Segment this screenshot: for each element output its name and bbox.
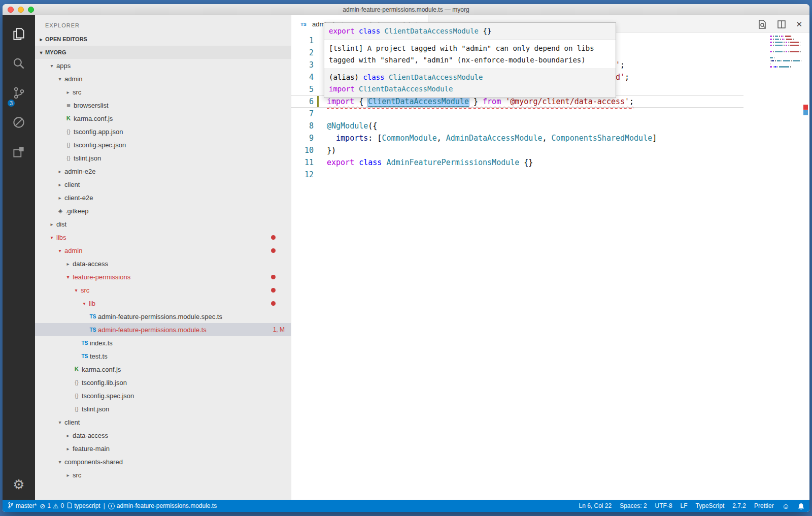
tree-item-tsconfig-spec-json[interactable]: {}tsconfig.spec.json — [35, 138, 291, 151]
tree-item-feature-permissions[interactable]: ▾feature-permissions — [35, 270, 291, 283]
line-number: 11 — [291, 156, 314, 169]
chevron-down-icon[interactable]: ▾ — [47, 63, 56, 69]
chevron-down-icon[interactable]: ▾ — [80, 301, 89, 306]
tree-item-admin[interactable]: ▾admin — [35, 72, 291, 85]
workspace-section[interactable]: ▾ MYORG — [35, 46, 291, 59]
tree-item-admin-feature-permissions-module-ts[interactable]: TSadmin-feature-permissions.module.ts1, … — [35, 323, 291, 336]
tree-item-client[interactable]: ▸client — [35, 178, 291, 191]
split-editor-icon[interactable] — [776, 19, 787, 29]
chevron-right-icon[interactable]: ▸ — [63, 261, 73, 267]
tree-item-tsconfig-lib-json[interactable]: {}tsconfig.lib.json — [35, 376, 291, 389]
chevron-right-icon[interactable]: ▸ — [63, 89, 73, 95]
tree-item-index-ts[interactable]: TSindex.ts — [35, 336, 291, 349]
tree-item-client-e2e[interactable]: ▸client-e2e — [35, 191, 291, 204]
line-number: 6 — [291, 95, 314, 108]
tree-item-label: tslint.json — [82, 405, 109, 413]
indentation-status[interactable]: Spaces: 2 — [620, 500, 647, 512]
settings-gear-icon[interactable]: ⚙ — [13, 477, 24, 493]
activity-source-control-button[interactable]: 3 — [3, 79, 35, 109]
tree-item-tslint-json[interactable]: {}tslint.json — [35, 151, 291, 165]
tree-item-data-access[interactable]: ▸data-access — [35, 429, 291, 442]
chevron-down-icon[interactable]: ▾ — [55, 420, 64, 425]
chevron-down-icon[interactable]: ▾ — [47, 235, 56, 240]
chevron-right-icon[interactable]: ▸ — [55, 195, 64, 201]
chevron-down-icon[interactable]: ▾ — [63, 274, 73, 280]
code-line-7[interactable]: 7 — [291, 108, 809, 120]
notifications-bell-icon[interactable] — [798, 500, 804, 512]
tree-item-dist[interactable]: ▸dist — [35, 217, 291, 231]
minimap-segment — [773, 51, 774, 52]
window-controls — [8, 7, 34, 13]
tree-item-admin-feature-permissions-module-spec-ts[interactable]: TSadmin-feature-permissions.module.spec.… — [35, 310, 291, 323]
tslint-status[interactable]: typescript — [67, 500, 100, 512]
chevron-down-icon[interactable]: ▾ — [55, 248, 64, 253]
tree-item-label: tsconfig.lib.json — [82, 379, 127, 386]
tree-item--gitkeep[interactable]: ◈.gitkeep — [35, 204, 291, 217]
tree-item-data-access[interactable]: ▸data-access — [35, 257, 291, 270]
eol-status[interactable]: LF — [681, 500, 688, 512]
chevron-right-icon[interactable]: ▸ — [63, 446, 73, 452]
tree-item-tslint-json[interactable]: {}tslint.json — [35, 402, 291, 415]
tree-item-client[interactable]: ▾client — [35, 415, 291, 429]
tree-item-src[interactable]: ▸src — [35, 85, 291, 99]
chevron-right-icon[interactable]: ▸ — [55, 182, 64, 187]
tree-item-feature-main[interactable]: ▸feature-main — [35, 442, 291, 455]
minimap-segment — [774, 57, 774, 58]
close-window-button[interactable] — [8, 7, 14, 13]
code-line-10[interactable]: 10}) — [291, 144, 809, 156]
minimap-segment — [786, 39, 792, 40]
overview-ruler[interactable] — [802, 34, 809, 500]
tree-item-libs[interactable]: ▾libs — [35, 231, 291, 244]
minimap-segment — [790, 51, 799, 52]
tree-item-src[interactable]: ▾src — [35, 283, 291, 297]
minimap[interactable] — [770, 36, 801, 72]
git-branch-status[interactable]: master* — [8, 500, 37, 512]
close-editor-icon[interactable]: ✕ — [796, 20, 802, 29]
cursor-position[interactable]: Ln 6, Col 22 — [579, 500, 612, 512]
encoding-status[interactable]: UTF-8 — [655, 500, 672, 512]
tree-item-tsconfig-spec-json[interactable]: {}tsconfig.spec.json — [35, 389, 291, 402]
activity-debug-button[interactable] — [3, 109, 35, 138]
activity-extensions-button[interactable] — [3, 138, 35, 168]
tree-item-tsconfig-app-json[interactable]: {}tsconfig.app.json — [35, 125, 291, 138]
tree-item-test-ts[interactable]: TStest.ts — [35, 349, 291, 363]
tree-item-karma-conf-js[interactable]: Kkarma.conf.js — [35, 112, 291, 125]
feedback-smiley-icon[interactable]: ☺ — [782, 500, 790, 512]
chevron-right-icon[interactable]: ▸ — [47, 221, 56, 227]
chevron-down-icon[interactable]: ▾ — [72, 287, 81, 293]
open-preview-icon[interactable] — [757, 19, 767, 29]
chevron-right-icon[interactable]: ▸ — [63, 433, 73, 438]
open-editors-section[interactable]: ▸ OPEN EDITORS — [35, 33, 291, 46]
code-line-12[interactable]: 12 — [291, 169, 809, 181]
typescript-version[interactable]: 2.7.2 — [732, 500, 746, 512]
tree-item-lib[interactable]: ▾lib — [35, 297, 291, 310]
minimap-segment — [775, 36, 778, 37]
tree-item-label: tslint.json — [74, 154, 101, 162]
activity-search-button[interactable] — [3, 50, 35, 79]
code-token: ; — [620, 60, 625, 70]
title-bar[interactable]: admin-feature-permissions.module.ts — my… — [3, 4, 809, 15]
code-line-9[interactable]: 9 imports: [CommonModule, AdminDataAcces… — [291, 132, 809, 144]
tree-item-src[interactable]: ▸src — [35, 468, 291, 481]
formatter-status[interactable]: Prettier — [754, 500, 774, 512]
problems-status[interactable]: ⊘ 1 ⚠ 0 — [40, 500, 64, 512]
code-token: (alias) — [329, 73, 363, 81]
tree-item-browserslist[interactable]: ≡browserslist — [35, 99, 291, 112]
sidebar-title: EXPLORER — [35, 15, 291, 33]
tree-item-components-shared[interactable]: ▾components-shared — [35, 455, 291, 468]
activity-explorer-button[interactable] — [3, 20, 35, 50]
code-line-11[interactable]: 11export class AdminFeaturePermissionsMo… — [291, 156, 809, 169]
chevron-down-icon[interactable]: ▾ — [55, 459, 64, 465]
tree-item-admin[interactable]: ▾admin — [35, 244, 291, 257]
tree-item-apps[interactable]: ▾apps — [35, 59, 291, 72]
code-line-8[interactable]: 8@NgModule({ — [291, 120, 809, 132]
minimize-window-button[interactable] — [18, 7, 24, 13]
zoom-window-button[interactable] — [28, 7, 34, 13]
chevron-right-icon[interactable]: ▸ — [63, 472, 73, 478]
tree-item-karma-conf-js[interactable]: Kkarma.conf.js — [35, 363, 291, 376]
chevron-down-icon[interactable]: ▾ — [55, 76, 64, 82]
tree-item-admin-e2e[interactable]: ▸admin-e2e — [35, 165, 291, 178]
active-file-status[interactable]: i admin-feature-permissions.module.ts — [108, 500, 217, 512]
language-mode[interactable]: TypeScript — [696, 500, 725, 512]
chevron-right-icon[interactable]: ▸ — [55, 169, 64, 174]
